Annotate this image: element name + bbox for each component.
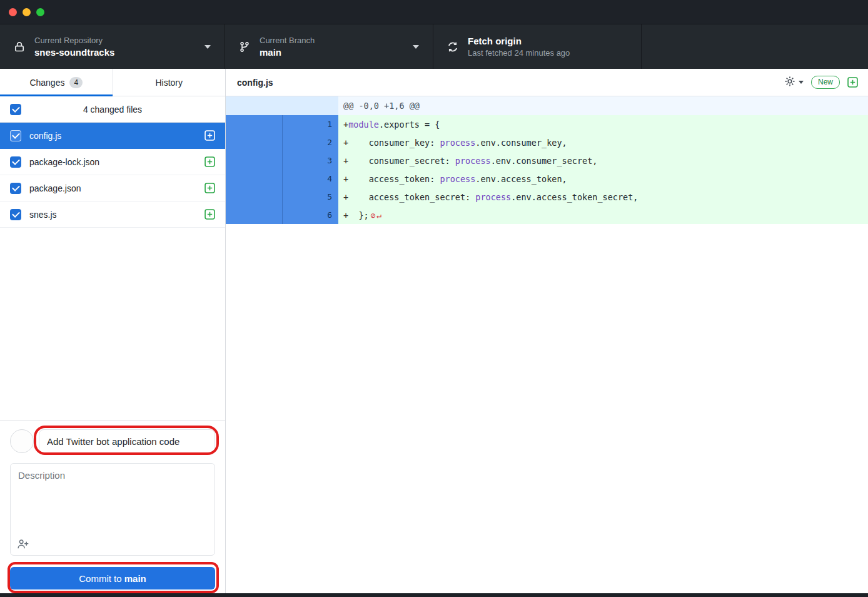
gear-icon xyxy=(784,76,795,89)
branch-name: main xyxy=(260,47,315,58)
diff-line-1: 1+module.exports = { xyxy=(226,115,868,133)
new-line-number: 4 xyxy=(283,170,338,188)
changed-files-header: 4 changed files xyxy=(0,96,225,123)
code-segment: .env.access_token_secret, xyxy=(511,192,638,202)
file-name: package.json xyxy=(29,183,196,193)
branch-text: Current Branch main xyxy=(260,36,315,58)
close-window-button[interactable] xyxy=(9,8,17,16)
code-segment: + consumer_secret: xyxy=(343,156,455,166)
commit-button[interactable]: Commit to main xyxy=(10,567,215,589)
plus-square-icon xyxy=(204,209,215,220)
code-segment: ⊘↵ xyxy=(371,210,382,220)
code-segment: + consumer_key: xyxy=(343,138,440,148)
sidebar: Changes 4 History 4 changed files config… xyxy=(0,69,226,597)
code-segment: .env.consumer_key, xyxy=(475,138,567,148)
diff-line-gutter[interactable]: 5 xyxy=(226,188,338,206)
new-line-number: 3 xyxy=(283,151,338,170)
commit-button-prefix: Commit to xyxy=(79,573,124,584)
toolbar: Current Repository snes-soundtracks Curr… xyxy=(0,24,868,69)
summary-row xyxy=(10,429,215,453)
code-segment: .env.access_token, xyxy=(475,174,567,184)
new-line-number: 5 xyxy=(283,188,338,206)
old-line-number xyxy=(226,133,283,151)
branch-label: Current Branch xyxy=(260,36,315,45)
hunk-gutter xyxy=(226,96,338,115)
file-row-config.js[interactable]: config.js xyxy=(0,123,225,149)
description-input[interactable] xyxy=(11,464,214,530)
plus-square-icon[interactable] xyxy=(847,77,858,88)
sync-icon xyxy=(447,41,458,53)
file-include-checkbox[interactable] xyxy=(10,156,21,168)
diff-file-name: config.js xyxy=(237,78,273,88)
diff-pane: config.js New xyxy=(226,69,868,597)
old-line-number xyxy=(226,188,283,206)
diff-line-gutter[interactable]: 2 xyxy=(226,133,338,151)
fetch-origin-button[interactable]: Fetch origin Last fetched 24 minutes ago xyxy=(433,24,642,69)
diff-line-2: 2+ consumer_key: process.env.consumer_ke… xyxy=(226,133,868,151)
file-row-package-lock.json[interactable]: package-lock.json xyxy=(0,149,225,175)
plus-square-icon xyxy=(204,130,215,141)
file-row-snes.js[interactable]: snes.js xyxy=(0,202,225,228)
plus-square-icon xyxy=(204,156,215,167)
diff-code-line: + consumer_key: process.env.consumer_key… xyxy=(338,133,868,151)
new-line-number: 6 xyxy=(283,206,338,224)
titlebar xyxy=(0,0,868,24)
code-segment: + access_token_secret: xyxy=(343,192,475,202)
add-coauthor-icon[interactable] xyxy=(17,538,29,550)
sidebar-tabs: Changes 4 History xyxy=(0,69,225,96)
diff-code-line: + consumer_secret: process.env.consumer_… xyxy=(338,151,868,170)
diff-line-5: 5+ access_token_secret: process.env.acce… xyxy=(226,188,868,206)
lock-icon xyxy=(14,41,25,53)
code-segment: .exports = { xyxy=(379,120,440,130)
file-list: config.jspackage-lock.jsonpackage.jsonsn… xyxy=(0,123,225,420)
old-line-number xyxy=(226,170,283,188)
file-include-checkbox[interactable] xyxy=(10,183,21,194)
code-segment: process xyxy=(440,174,475,184)
file-name: snes.js xyxy=(29,210,196,220)
summary-input[interactable] xyxy=(39,429,215,453)
window-bottom-edge xyxy=(0,593,868,597)
diff-code-line: +module.exports = { xyxy=(338,115,868,133)
file-name: package-lock.json xyxy=(29,157,196,167)
diff-header: config.js New xyxy=(226,69,868,96)
code-segment: + }; xyxy=(343,210,369,220)
repository-text: Current Repository snes-soundtracks xyxy=(34,36,114,58)
diff-line-gutter[interactable]: 4 xyxy=(226,170,338,188)
diff-options-dropdown[interactable] xyxy=(784,76,804,89)
diff-line-gutter[interactable]: 3 xyxy=(226,151,338,170)
file-include-checkbox[interactable] xyxy=(10,209,21,220)
diff-line-gutter[interactable]: 6 xyxy=(226,206,338,224)
tab-history-label: History xyxy=(155,78,183,88)
git-branch-icon xyxy=(239,41,250,53)
hunk-header-text: @@ -0,0 +1,6 @@ xyxy=(338,96,868,115)
new-file-badge: New xyxy=(811,76,840,89)
select-all-checkbox[interactable] xyxy=(10,104,21,115)
minimize-window-button[interactable] xyxy=(23,8,31,16)
code-segment: + xyxy=(343,120,348,130)
commit-button-branch: main xyxy=(124,573,146,584)
commit-form: Commit to main xyxy=(0,420,225,597)
repository-label: Current Repository xyxy=(34,36,114,45)
current-repository-dropdown[interactable]: Current Repository snes-soundtracks xyxy=(0,24,225,69)
diff-line-3: 3+ consumer_secret: process.env.consumer… xyxy=(226,151,868,170)
diff-line-gutter[interactable]: 1 xyxy=(226,115,338,133)
tab-changes[interactable]: Changes 4 xyxy=(0,69,113,96)
file-name: config.js xyxy=(29,131,196,141)
current-branch-dropdown[interactable]: Current Branch main xyxy=(225,24,433,69)
fetch-label: Fetch origin xyxy=(468,36,570,46)
zoom-window-button[interactable] xyxy=(36,8,44,16)
file-row-package.json[interactable]: package.json xyxy=(0,175,225,202)
changes-count-badge: 4 xyxy=(69,77,83,88)
new-line-number: 1 xyxy=(283,115,338,133)
chevron-down-icon xyxy=(413,45,419,49)
fetch-status: Last fetched 24 minutes ago xyxy=(468,48,570,58)
tab-history[interactable]: History xyxy=(113,69,226,96)
plus-square-icon xyxy=(204,183,215,193)
diff-line-4: 4+ access_token: process.env.access_toke… xyxy=(226,170,868,188)
hunk-header-row: @@ -0,0 +1,6 @@ xyxy=(226,96,868,115)
repository-name: snes-soundtracks xyxy=(34,47,114,58)
file-include-checkbox[interactable] xyxy=(10,130,21,141)
code-segment: process xyxy=(455,156,491,166)
fetch-text: Fetch origin Last fetched 24 minutes ago xyxy=(468,36,570,58)
chevron-down-icon xyxy=(204,45,211,49)
